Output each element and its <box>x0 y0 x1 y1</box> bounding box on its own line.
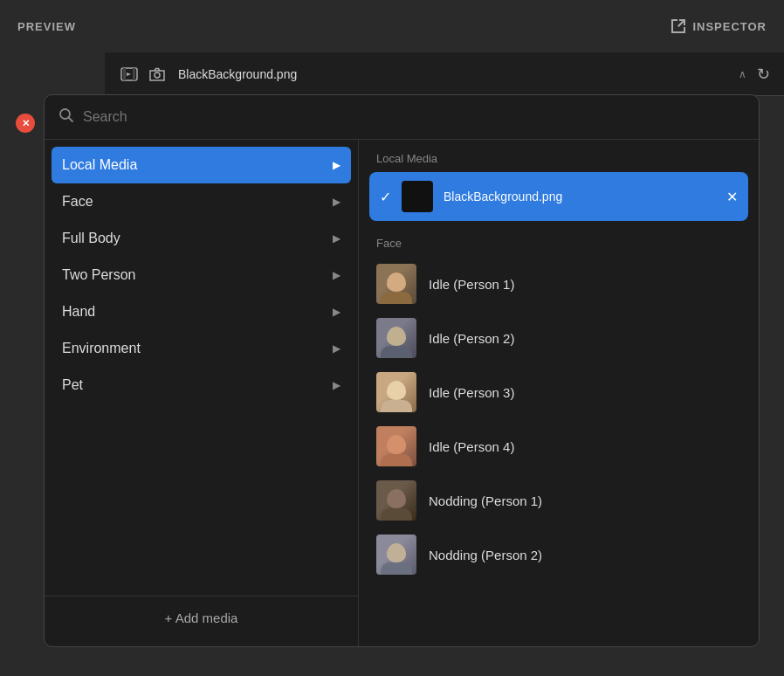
media-item-label: Idle (Person 2) <box>429 331 514 346</box>
svg-point-3 <box>155 72 160 78</box>
search-bar <box>45 95 759 140</box>
media-thumbnail <box>376 372 416 412</box>
menu-items-list: Local Media ▶ Face ▶ Full Body ▶ Two Per… <box>45 147 358 596</box>
arrow-right-icon: ▶ <box>333 269 340 281</box>
selected-thumbnail <box>402 181 433 212</box>
face-figure <box>376 535 416 575</box>
list-item[interactable]: Idle (Person 2) <box>359 311 759 365</box>
external-link-icon <box>671 19 685 33</box>
media-thumbnail <box>376 318 416 358</box>
sidebar-item-environment[interactable]: Environment ▶ <box>45 330 358 367</box>
search-input[interactable] <box>83 109 745 125</box>
local-media-section-label: Local Media <box>359 140 759 172</box>
list-item[interactable]: Nodding (Person 2) <box>359 528 759 582</box>
file-bar-icons <box>119 64 168 85</box>
checkmark-icon: ✓ <box>380 189 391 205</box>
media-thumbnail <box>376 535 416 575</box>
selected-close-icon[interactable]: ✕ <box>726 189 738 205</box>
inspector-label: INSPECTOR <box>692 20 767 33</box>
file-bar: BlackBackground.png ∧ ↻ <box>105 52 784 96</box>
media-item-label: Nodding (Person 2) <box>429 548 542 562</box>
sidebar-item-two-person[interactable]: Two Person ▶ <box>45 257 358 293</box>
arrow-right-icon: ▶ <box>333 379 340 391</box>
film-icon[interactable] <box>119 64 140 85</box>
selected-filename: BlackBackground.png <box>444 190 716 203</box>
svg-point-4 <box>60 109 70 119</box>
list-item[interactable]: Idle (Person 3) <box>359 365 759 419</box>
search-icon <box>58 107 74 127</box>
arrow-right-icon: ▶ <box>333 342 340 355</box>
sidebar-item-label: Pet <box>62 377 83 393</box>
close-button[interactable]: ✕ <box>16 114 35 133</box>
sidebar-item-pet[interactable]: Pet ▶ <box>45 367 358 404</box>
media-item-label: Idle (Person 1) <box>429 277 514 292</box>
face-figure <box>376 426 416 466</box>
face-figure <box>376 480 416 521</box>
camera-icon[interactable] <box>147 64 168 85</box>
list-item[interactable]: Nodding (Person 1) <box>359 473 759 528</box>
face-figure <box>376 372 416 412</box>
top-bar: PREVIEW INSPECTOR <box>0 0 784 52</box>
sidebar-item-face[interactable]: Face ▶ <box>45 183 358 220</box>
svg-rect-2 <box>133 68 135 80</box>
media-item-label: Idle (Person 3) <box>429 385 514 400</box>
sidebar-item-label: Local Media <box>62 157 137 173</box>
arrow-right-icon: ▶ <box>333 196 340 208</box>
svg-rect-1 <box>123 68 126 80</box>
media-item-label: Idle (Person 4) <box>429 439 514 454</box>
media-item-label: Nodding (Person 1) <box>429 493 542 508</box>
left-menu: Local Media ▶ Face ▶ Full Body ▶ Two Per… <box>45 140 359 646</box>
content-area: Local Media ▶ Face ▶ Full Body ▶ Two Per… <box>45 140 759 646</box>
list-item[interactable]: Idle (Person 1) <box>359 257 759 311</box>
refresh-icon[interactable]: ↻ <box>757 65 770 84</box>
selected-item[interactable]: ✓ BlackBackground.png ✕ <box>369 172 748 221</box>
add-media-label: + Add media <box>165 610 238 625</box>
face-figure <box>376 264 416 304</box>
media-thumbnail <box>376 426 416 466</box>
preview-label: PREVIEW <box>17 20 76 33</box>
face-section-label: Face <box>359 228 759 257</box>
sidebar-item-local-media[interactable]: Local Media ▶ <box>52 147 351 183</box>
arrow-right-icon: ▶ <box>333 232 340 245</box>
sidebar-item-label: Hand <box>62 304 95 320</box>
right-panel[interactable]: Local Media ✓ BlackBackground.png ✕ Face… <box>359 140 759 646</box>
sidebar-item-label: Full Body <box>62 231 120 246</box>
left-menu-wrapper: Local Media ▶ Face ▶ Full Body ▶ Two Per… <box>45 147 358 639</box>
main-panel: Local Media ▶ Face ▶ Full Body ▶ Two Per… <box>44 94 760 647</box>
sidebar-item-label: Environment <box>62 341 141 356</box>
face-figure <box>376 318 416 358</box>
media-thumbnail <box>376 264 416 304</box>
sidebar-item-label: Face <box>62 194 93 210</box>
file-bar-filename: BlackBackground.png <box>178 67 725 81</box>
sidebar-item-hand[interactable]: Hand ▶ <box>45 293 358 330</box>
sidebar-item-full-body[interactable]: Full Body ▶ <box>45 220 358 257</box>
sidebar-item-label: Two Person <box>62 267 135 283</box>
arrow-right-icon: ▶ <box>333 159 340 171</box>
file-bar-chevron[interactable]: ∧ <box>739 68 746 80</box>
arrow-right-icon: ▶ <box>333 306 340 318</box>
add-media-button[interactable]: + Add media <box>45 596 358 639</box>
list-item[interactable]: Idle (Person 4) <box>359 419 759 473</box>
media-thumbnail <box>376 480 416 521</box>
inspector-area: INSPECTOR <box>671 19 767 33</box>
